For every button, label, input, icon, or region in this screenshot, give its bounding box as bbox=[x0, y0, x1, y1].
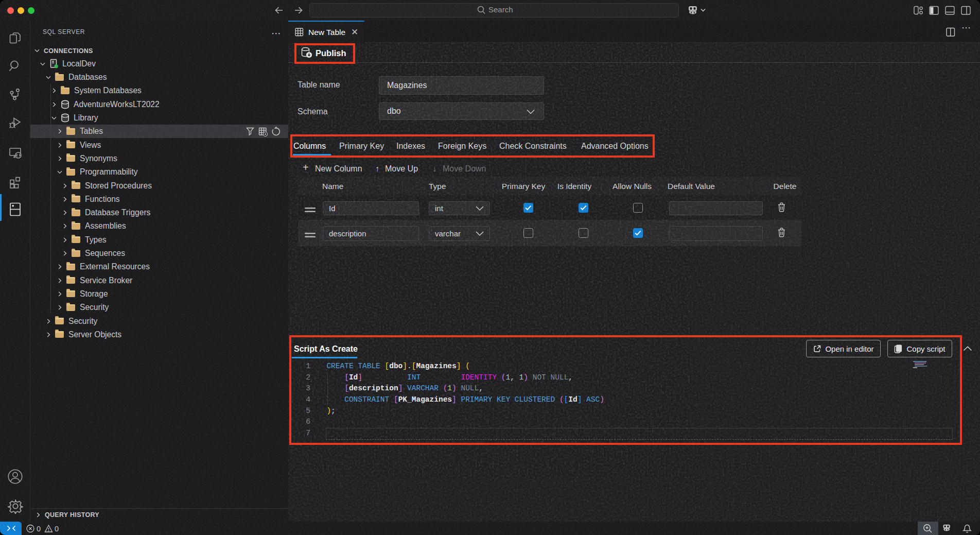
svg-text:0: 0 bbox=[37, 524, 41, 532]
svg-text:Search: Search bbox=[488, 5, 513, 14]
svg-text:0: 0 bbox=[55, 524, 59, 532]
